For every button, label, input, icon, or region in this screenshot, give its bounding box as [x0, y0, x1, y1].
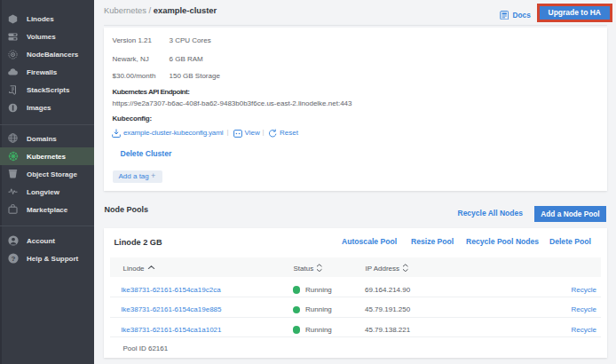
svg-text:?: ? — [12, 255, 16, 263]
